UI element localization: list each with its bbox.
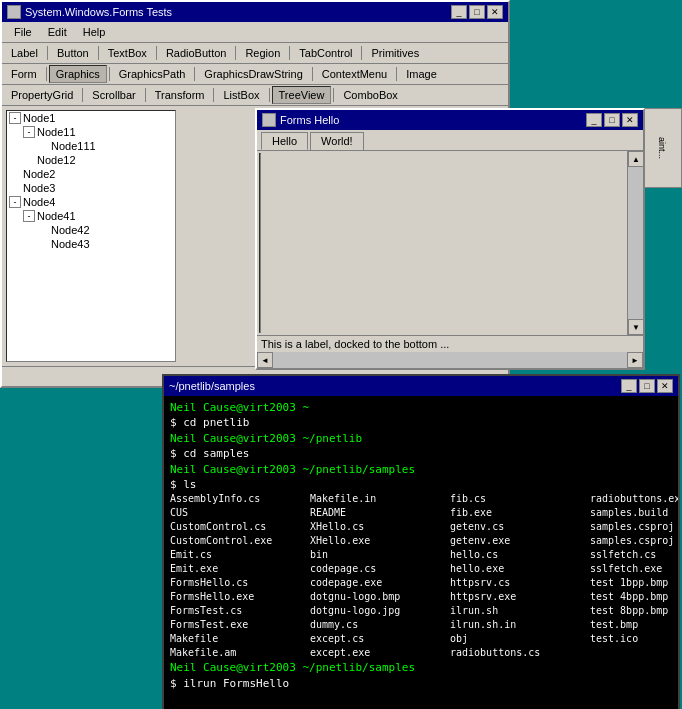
terminal-line: Neil Cause@virt2003 ~ [170,400,672,415]
tb-graphicspath[interactable]: GraphicsPath [112,65,193,83]
tree-node3[interactable]: Node3 [7,181,175,195]
divider-3 [156,46,157,60]
terminal-col: sslfetch.exe [590,562,678,576]
forms-close-button[interactable]: ✕ [622,113,638,127]
menu-file[interactable]: File [6,24,40,40]
tree-toggle-node11[interactable]: - [23,126,35,138]
terminal-col: httpsrv.cs [450,576,590,590]
terminal-content[interactable]: Neil Cause@virt2003 ~$ cd pnetlibNeil Ca… [164,396,678,709]
tb-transform[interactable]: Transform [148,86,212,104]
tree-node41[interactable]: - Node41 [7,209,175,223]
terminal-col: radiobuttons.cs [450,646,590,660]
forms-horizontal-scrollbar: ◄ ► [257,352,643,368]
tb-label[interactable]: Label [4,44,45,62]
divider-5 [289,46,290,60]
tb-scrollbar[interactable]: Scrollbar [85,86,142,104]
minimize-button[interactable]: _ [451,5,467,19]
tb-graphics[interactable]: Graphics [49,65,107,83]
paint-window-hint: aint... [642,108,682,188]
tree-node42[interactable]: Node42 [7,223,175,237]
divider-4 [235,46,236,60]
terminal-col: except.cs [310,632,450,646]
toolbar-row-2: Form Graphics GraphicsPath GraphicsDrawS… [2,64,508,85]
terminal-line: $ cd samples [170,446,672,461]
tree-node111[interactable]: Node111 [7,139,175,153]
scroll-track[interactable] [628,167,643,319]
divider-12 [82,88,83,102]
terminal-col: CustomControl.exe [170,534,310,548]
divider-2 [98,46,99,60]
terminal-col: Makefile.in [310,492,450,506]
forms-tab-hello[interactable]: Hello [261,132,308,150]
terminal-line: $ ilrun FormsHello [170,676,672,691]
divider-15 [269,88,270,102]
close-button[interactable]: ✕ [487,5,503,19]
terminal-col [590,646,678,660]
tb-propertygrid[interactable]: PropertyGrid [4,86,80,104]
scroll-down-button[interactable]: ▼ [628,319,644,335]
tb-form[interactable]: Form [4,65,44,83]
tb-image[interactable]: Image [399,65,444,83]
terminal-col: Emit.cs [170,548,310,562]
terminal-line: Neil Cause@virt2003 ~/pnetlib [170,431,672,446]
terminal-col: FormsTest.cs [170,604,310,618]
tree-toggle-node4[interactable]: - [9,196,21,208]
title-bar-left: System.Windows.Forms Tests [7,5,172,19]
tree-node43[interactable]: Node43 [7,237,175,251]
forms-title-controls: _ □ ✕ [586,113,638,127]
terminal-title-text: ~/pnetlib/samples [169,380,255,392]
tb-region[interactable]: Region [238,44,287,62]
forms-bottom-label: This is a label, docked to the bottom ..… [257,335,643,352]
tb-button[interactable]: Button [50,44,96,62]
forms-minimize-button[interactable]: _ [586,113,602,127]
tb-listbox[interactable]: ListBox [216,86,266,104]
tb-textbox[interactable]: TextBox [101,44,154,62]
tree-node4[interactable]: - Node4 [7,195,175,209]
tree-toggle-node1[interactable]: - [9,112,21,124]
hscroll-track[interactable] [273,352,627,368]
divider-16 [333,88,334,102]
terminal-maximize-button[interactable]: □ [639,379,655,393]
terminal-close-button[interactable]: ✕ [657,379,673,393]
tb-graphicsdrawstring[interactable]: GraphicsDrawString [197,65,309,83]
menu-edit[interactable]: Edit [40,24,75,40]
terminal-col: samples.csproj [590,534,678,548]
tree-node2[interactable]: Node2 [7,167,175,181]
maximize-button[interactable]: □ [469,5,485,19]
terminal-col: samples.csproj [590,520,678,534]
divider-7 [46,67,47,81]
hscroll-right-button[interactable]: ► [627,352,643,368]
main-title-bar: System.Windows.Forms Tests _ □ ✕ [2,2,508,22]
terminal-col: Makefile.am [170,646,310,660]
menu-help[interactable]: Help [75,24,114,40]
tb-combobox[interactable]: ComboBox [336,86,404,104]
tree-panel[interactable]: - Node1 - Node11 Node111 Node12 Node2 [6,110,176,362]
forms-app-icon [262,113,276,127]
divider-6 [361,46,362,60]
terminal-col: hello.exe [450,562,590,576]
terminal-line: Emit.execodepage.cshello.exesslfetch.exe [170,562,672,576]
terminal-line: FormsTest.csdotgnu-logo.jpgilrun.shtest … [170,604,672,618]
tb-treeview[interactable]: TreeView [272,86,332,104]
tree-label-node3: Node3 [23,182,55,194]
scroll-up-button[interactable]: ▲ [628,151,644,167]
tree-node1[interactable]: - Node1 [7,111,175,125]
tree-node11[interactable]: - Node11 [7,125,175,139]
main-window-title: System.Windows.Forms Tests [25,6,172,18]
tb-primitives[interactable]: Primitives [364,44,426,62]
tree-label-node4: Node4 [23,196,55,208]
forms-maximize-button[interactable]: □ [604,113,620,127]
terminal-line: CUSREADMEfib.exesamples.build [170,506,672,520]
forms-tab-world[interactable]: World! [310,132,364,150]
terminal-col: README [310,506,450,520]
terminal-title-controls: _ □ ✕ [621,379,673,393]
tb-tabcontrol[interactable]: TabControl [292,44,359,62]
tb-contextmenu[interactable]: ContextMenu [315,65,394,83]
tree-toggle-node41[interactable]: - [23,210,35,222]
tb-radiobutton[interactable]: RadioButton [159,44,234,62]
hscroll-left-button[interactable]: ◄ [257,352,273,368]
terminal-minimize-button[interactable]: _ [621,379,637,393]
forms-title-bar: Forms Hello _ □ ✕ [257,110,643,130]
tree-node12[interactable]: Node12 [7,153,175,167]
tree-label-node42: Node42 [51,224,90,236]
